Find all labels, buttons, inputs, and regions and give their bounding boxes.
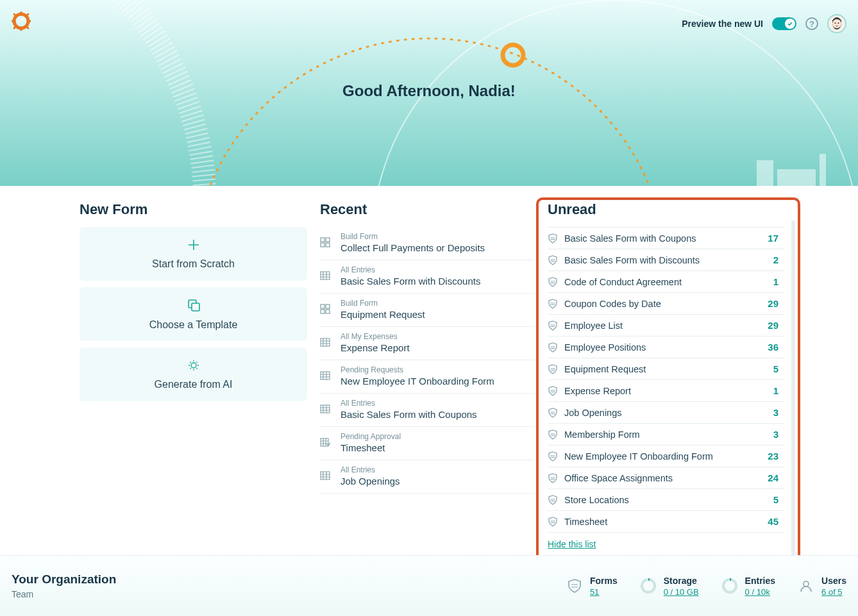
user-avatar[interactable] — [827, 14, 846, 33]
unread-item-name: Code of Conduct Agreement — [564, 277, 767, 287]
form-shield-icon — [548, 277, 558, 287]
unread-item-name: New Employee IT Onboarding Form — [564, 451, 761, 462]
recent-item[interactable]: Build FormEquipment Request — [320, 294, 535, 327]
hide-unread-link[interactable]: Hide this list — [548, 539, 596, 549]
toggle-knob — [785, 19, 795, 29]
form-shield-icon — [548, 299, 558, 309]
recent-item-name: Job Openings — [341, 476, 400, 487]
unread-item-count: 17 — [768, 233, 778, 244]
svg-rect-27 — [326, 243, 330, 247]
recent-title: Recent — [320, 201, 535, 218]
recent-item[interactable]: Build FormCollect Full Payments or Depos… — [320, 227, 535, 260]
recent-item-context: Pending Approval — [341, 432, 401, 441]
users-icon — [797, 577, 815, 595]
unread-section: Unread Basic Sales Form with Coupons17Ba… — [548, 201, 785, 555]
recent-item-icon — [320, 370, 332, 381]
unread-item-name: Store Locations — [564, 495, 767, 505]
svg-rect-22 — [192, 303, 199, 311]
unread-item[interactable]: Employee Positions36 — [548, 337, 785, 358]
svg-point-2 — [192, 38, 667, 186]
copy-icon — [186, 297, 201, 313]
recent-item-icon — [320, 470, 332, 481]
recent-item-icon — [320, 304, 332, 314]
topbar: Preview the new UI ? — [682, 14, 846, 33]
recent-item[interactable]: All EntriesBasic Sales Form with Discoun… — [320, 260, 535, 294]
unread-item-count: 1 — [773, 385, 778, 396]
unread-item[interactable]: Membership Form3 — [548, 424, 785, 445]
svg-rect-31 — [321, 310, 324, 313]
unread-item[interactable]: Coupon Codes by Date29 — [548, 293, 785, 315]
recent-item-name: Expense Report — [341, 342, 410, 353]
help-icon[interactable]: ? — [805, 17, 818, 30]
stat-entries[interactable]: Entries 0 / 10k — [721, 576, 775, 597]
recent-item-name: Collect Full Payments or Deposits — [341, 242, 485, 253]
stat-users[interactable]: Users 6 of 5 — [797, 576, 846, 597]
unread-item[interactable]: Timesheet45 — [548, 511, 785, 533]
svg-point-38 — [642, 579, 655, 592]
unread-item[interactable]: Store Locations5 — [548, 489, 785, 511]
stat-forms-label: Forms — [590, 576, 618, 586]
svg-rect-24 — [321, 238, 324, 242]
form-shield-icon — [548, 429, 558, 440]
unread-item[interactable]: Expense Report1 — [548, 380, 785, 402]
recent-item-context: All Entries — [341, 465, 400, 474]
form-shield-icon — [548, 517, 558, 527]
unread-item-count: 24 — [768, 472, 778, 483]
scrollbar[interactable] — [791, 221, 795, 570]
recent-item[interactable]: All EntriesJob Openings — [320, 460, 535, 494]
stat-storage[interactable]: Storage 0 / 10 GB — [639, 576, 699, 597]
recent-item[interactable]: Pending ApprovalTimesheet — [320, 427, 535, 460]
unread-item[interactable]: Equipment Request5 — [548, 358, 785, 380]
unread-item[interactable]: Basic Sales Form with Coupons17 — [548, 227, 785, 249]
unread-item[interactable]: Basic Sales Form with Discounts2 — [548, 249, 785, 271]
recent-item[interactable]: All My ExpensesExpense Report — [320, 327, 535, 360]
recent-item-name: New Employee IT Onboarding Form — [341, 376, 494, 387]
generate-ai-card[interactable]: Generate from AI — [80, 347, 307, 401]
hero: Preview the new UI ? Good Afternoon, Nad… — [0, 0, 858, 186]
unread-item-count: 3 — [773, 407, 778, 418]
stat-users-label: Users — [821, 576, 846, 586]
storage-gauge-icon — [639, 577, 657, 595]
svg-rect-6 — [820, 154, 826, 186]
form-shield-icon — [548, 408, 558, 418]
recent-item[interactable]: All EntriesBasic Sales Form with Coupons — [320, 394, 535, 427]
start-from-scratch-card[interactable]: Start from Scratch — [80, 227, 307, 281]
unread-item[interactable]: New Employee IT Onboarding Form23 — [548, 445, 785, 467]
unread-item[interactable]: Code of Conduct Agreement1 — [548, 271, 785, 293]
svg-rect-35 — [321, 405, 330, 413]
svg-rect-16 — [21, 18, 24, 21]
recent-item-icon — [320, 437, 332, 447]
unread-item[interactable]: Employee List29 — [548, 315, 785, 337]
svg-rect-29 — [321, 304, 324, 308]
svg-point-19 — [835, 22, 836, 24]
recent-item-context: Pending Requests — [341, 365, 494, 374]
unread-item-name: Expense Report — [564, 386, 767, 396]
form-shield-icon — [548, 364, 558, 374]
form-shield-icon — [548, 320, 558, 331]
org-name: Your Organization — [12, 572, 116, 587]
app-logo[interactable] — [12, 12, 31, 31]
preview-toggle[interactable] — [772, 17, 796, 30]
unread-item-count: 29 — [768, 298, 778, 309]
svg-rect-25 — [326, 238, 330, 242]
form-shield-icon — [548, 233, 558, 244]
svg-rect-32 — [326, 310, 330, 313]
stat-forms-value: 51 — [590, 587, 618, 597]
svg-point-23 — [191, 363, 196, 368]
stat-entries-value: 0 / 10k — [745, 587, 775, 597]
svg-rect-5 — [777, 169, 816, 186]
unread-item[interactable]: Office Space Assignments24 — [548, 467, 785, 489]
form-shield-icon — [548, 451, 558, 462]
forms-shield-icon — [566, 577, 584, 595]
unread-item-name: Office Space Assignments — [564, 473, 761, 483]
new-form-title: New Form — [80, 201, 307, 218]
form-shield-icon — [548, 342, 558, 353]
org-team: Team — [12, 589, 116, 599]
stat-users-value: 6 of 5 — [821, 587, 846, 597]
unread-item-name: Coupon Codes by Date — [564, 299, 761, 309]
stat-storage-label: Storage — [664, 576, 699, 586]
unread-item[interactable]: Job Openings3 — [548, 402, 785, 424]
choose-template-card[interactable]: Choose a Template — [80, 287, 307, 341]
stat-forms[interactable]: Forms 51 — [566, 576, 618, 597]
recent-item[interactable]: Pending RequestsNew Employee IT Onboardi… — [320, 360, 535, 394]
